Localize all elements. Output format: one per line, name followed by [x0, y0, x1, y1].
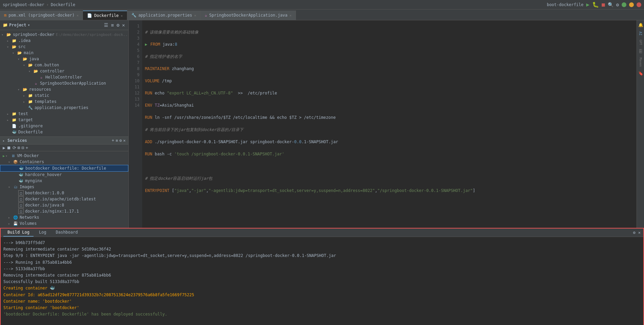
tree-arrow-volumes: ▸: [8, 222, 13, 225]
tree-item-idea[interactable]: ▸ 📁 .idea: [0, 38, 128, 44]
tree-item-gitignore[interactable]: ▸ 📄 .gitignore: [0, 123, 128, 129]
svc-item-volumes[interactable]: ▸ 💾 Volumes: [0, 220, 128, 226]
maximize-button[interactable]: [622, 2, 626, 7]
log-line-1: ---> b96b73ff5dd7: [3, 240, 641, 246]
code-editor[interactable]: # 该镜像需要依赖的基础镜像 ▶FROM java:8 # 指定维护者的名字 M…: [142, 20, 637, 228]
img-icon-4: □: [18, 209, 24, 214]
right-icon-bookmarks[interactable]: 🔖: [638, 70, 644, 77]
folder-icon-main: 📂: [17, 50, 22, 56]
tab-pom-xml[interactable]: m pom.xml (springboot-docker) ✕: [0, 10, 83, 20]
tree-item-hello-controller[interactable]: ▸ ☕ HelloController: [0, 74, 128, 80]
project-name: springboot-docker: [3, 2, 44, 7]
svc-item-networks[interactable]: ▸ 🌐 Networks: [0, 214, 128, 220]
svc-item-iotdb-img[interactable]: ▸ □ docker.io/apache/iotdb:latest: [0, 196, 128, 202]
debug-button[interactable]: 🐛: [592, 1, 599, 8]
tab-close-java[interactable]: ✕: [289, 14, 292, 17]
sidebar-action-3[interactable]: ⚙: [116, 22, 120, 28]
git-icon: 📄: [12, 123, 17, 129]
sidebar-action-2[interactable]: ≡: [110, 22, 114, 28]
right-icon-maven[interactable]: Maven: [638, 57, 643, 67]
services-settings-icon[interactable]: ⚙: [120, 138, 122, 143]
svc-label-img4: docker.io/nginx:1.17.1: [25, 209, 79, 214]
java-icon-app: ☕: [33, 81, 39, 86]
close-button[interactable]: [637, 2, 641, 7]
tree-item-main[interactable]: ▾ 📂 main: [0, 50, 128, 56]
right-icon-ai[interactable]: AI: [638, 31, 643, 36]
panel-settings-icon[interactable]: ⚙: [633, 230, 636, 235]
tab-label-java: SpringbootDockerApplication.java: [209, 13, 287, 18]
log-line-2: Removing intermediate container 5d109ac3…: [3, 246, 641, 253]
tree-item-java[interactable]: ▾ 📂 java: [0, 56, 128, 62]
svc-btn-1[interactable]: ▶: [3, 145, 5, 150]
svc-btn-4[interactable]: ⊞: [18, 145, 20, 150]
tree-arrow-root: ▾: [1, 33, 6, 37]
tab-icon-docker: 📄: [87, 13, 92, 18]
stop-button[interactable]: ■: [602, 1, 605, 8]
tree-item-controller[interactable]: ▾ 📂 controller: [0, 68, 128, 74]
tab-label-pom: pom.xml (springboot-docker): [8, 13, 74, 18]
tree-item-app-props[interactable]: ▸ 🔧 application.properties: [0, 105, 128, 111]
svc-item-mynginx[interactable]: ▸ 🐳 mynginx: [0, 178, 128, 184]
search-icon[interactable]: 🔍: [608, 2, 614, 7]
tree-item-src[interactable]: ▾ 📂 src: [0, 44, 128, 50]
tab-build-log[interactable]: Build Log: [3, 229, 34, 237]
tree-item-resources[interactable]: ▾ 📂 resources: [0, 86, 128, 92]
tree-arrow-networks: ▸: [8, 216, 13, 219]
tree-item-templates[interactable]: ▸ 📁 templates: [0, 99, 128, 105]
tree-item-root[interactable]: ▾ 📂 springboot-docker E:/demo/docker/spr…: [0, 31, 128, 38]
svc-label-nginx: mynginx: [25, 178, 42, 183]
right-icon-notifications[interactable]: 🔔: [638, 22, 644, 28]
folder-icon-src: 📂: [12, 44, 17, 49]
minimize-button[interactable]: [629, 2, 634, 7]
tab-close-pom[interactable]: ✕: [77, 14, 79, 17]
svc-btn-2[interactable]: ⏹: [7, 145, 11, 150]
tree-item-dockerfile[interactable]: ▸ 🐳 Dockerfile: [0, 129, 128, 135]
tab-dockerfile[interactable]: 📄 Dockerfile ✕: [83, 10, 127, 20]
settings-icon[interactable]: ⚙: [616, 2, 619, 7]
svc-item-images[interactable]: ▾ 🗂 Images: [0, 184, 128, 190]
tree-item-com-button[interactable]: ▾ 📂 com.button: [0, 62, 128, 68]
right-icon-database[interactable]: 🗄: [638, 48, 644, 54]
tab-springboot-app[interactable]: ☕ SpringbootDockerApplication.java ✕: [201, 10, 296, 20]
services-expand-icon[interactable]: ▸: [3, 139, 5, 143]
dropdown-icon[interactable]: ▾: [28, 23, 30, 27]
tab-close-props[interactable]: ✕: [194, 14, 196, 17]
svc-btn-5[interactable]: ⊟: [22, 145, 24, 150]
tree-item-target[interactable]: ▸ 📁 target: [0, 117, 128, 123]
tree-label-java: java: [29, 57, 39, 61]
right-icon-chatgpt[interactable]: GPT: [638, 39, 643, 46]
svc-item-bootdocker-img[interactable]: ▸ □ bootdocker:1.0.0: [0, 190, 128, 196]
tree-arrow-idea: ▸: [7, 39, 12, 43]
panel-close-icon[interactable]: ✕: [638, 230, 641, 235]
svc-item-bootdocker[interactable]: ▸ 🐳 bootdocker Dockerfile: Dockerfile: [0, 165, 128, 172]
tree-item-static[interactable]: ▸ 📁 static: [0, 92, 128, 99]
tab-application-props[interactable]: 🔧 application.properties ✕: [127, 10, 201, 20]
svc-item-java-img[interactable]: ▸ □ docker.io/java:8: [0, 202, 128, 208]
svc-item-hardcore-hoover[interactable]: ▸ 🐳 hardcore_hoover: [0, 172, 128, 178]
tree-label-resources: resources: [29, 87, 51, 92]
svc-label-networks: Networks: [20, 215, 39, 220]
run-button[interactable]: ▶: [586, 1, 589, 8]
svc-btn-3[interactable]: ⟳: [13, 145, 16, 150]
svc-label-volumes: Volumes: [20, 221, 37, 226]
svc-item-vm-docker[interactable]: ▶ ▾ 🖥 VM-Docker: [0, 153, 128, 159]
tab-dashboard[interactable]: Dashboard: [52, 229, 82, 237]
tree-item-springboot-app[interactable]: ▸ ☕ SpringbootDockerApplication: [0, 80, 128, 86]
project-tree: ▾ 📂 springboot-docker E:/demo/docker/spr…: [0, 30, 128, 136]
editor-content: 1 2 3 4 5 6 7 8 9 10 11 12 13 14 # 该镜像需要…: [129, 20, 637, 228]
code-line-9: # 将当前目录下的jar包复制到docker容器的/目录下: [145, 127, 634, 133]
sidebar-action-4[interactable]: ✕: [122, 22, 126, 28]
svc-btn-6[interactable]: +: [25, 145, 28, 150]
services-add-icon[interactable]: +: [112, 138, 114, 143]
sidebar-action-1[interactable]: ☰: [103, 22, 109, 28]
svc-item-containers[interactable]: ▾ 📦 Containers: [0, 159, 128, 165]
tab-close-dockerfile[interactable]: ✕: [121, 14, 123, 18]
services-filter-icon[interactable]: ≡: [115, 138, 118, 143]
tree-item-test[interactable]: ▸ 📁 test: [0, 111, 128, 117]
svc-item-nginx-img[interactable]: ▸ □ docker.io/nginx:1.17.1: [0, 208, 128, 214]
services-close-icon[interactable]: ✕: [123, 138, 126, 143]
code-line-2: ▶FROM java:8: [145, 41, 634, 47]
hoover-icon: 🐳: [18, 172, 24, 177]
tab-label-props: application.properties: [138, 13, 192, 18]
tab-log[interactable]: Log: [35, 229, 50, 237]
